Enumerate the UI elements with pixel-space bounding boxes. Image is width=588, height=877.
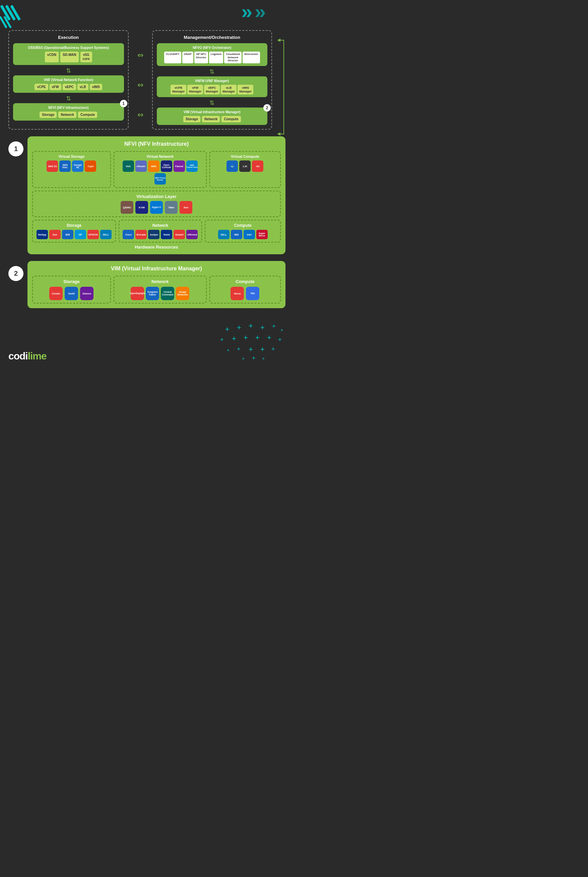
virtual-network-title: Virtual Network [117, 154, 203, 159]
kvm-icon: KVM [135, 201, 148, 214]
hardware-resources-label: Hardware Resources [32, 244, 281, 250]
ceph-icon: Ceph [85, 160, 96, 172]
logo: codilime [8, 351, 46, 362]
nfvo-title: NFVO (NFV Orchetrator) [159, 46, 265, 49]
dell-storage-icon: DELL [100, 230, 112, 239]
supermicro-icon: Super Micro [256, 230, 268, 239]
ibm-compute-icon: IBM [231, 230, 242, 239]
section-2: 2 VIM (Virtual Infrastructure Manager) S… [0, 261, 294, 315]
arrow-down-4: ⇅ [157, 99, 268, 106]
nfvi-section-title: NFVI (NFV Infrastructure) [32, 141, 281, 147]
management-panel: Management/Orchestration NFVO (NFV Orche… [152, 30, 272, 130]
section-1-number: 1 [8, 141, 24, 156]
vnf-title: VNF (Virtual Network Function) [16, 78, 121, 82]
svg-text:+: + [262, 356, 265, 361]
logo-lime: lime [28, 351, 46, 361]
hw-network-box: Network Cisco Brocade Juniper Nokia Huaw… [118, 220, 202, 243]
aws-cloud-router-icon: AWS Cloud Router [154, 173, 166, 184]
svg-text:+: + [225, 325, 230, 333]
dell-compute-icon: DELL [218, 230, 230, 239]
svg-text:+: + [278, 336, 282, 343]
qemu-icon: QEMU [121, 201, 134, 214]
juniper-icon: Juniper [148, 230, 159, 239]
vnf-box: VNF (Virtual Network Function) vCPE vFW … [13, 75, 124, 93]
virtual-storage-box: Virtual Storage AWS S3 AWS Glac. Google … [32, 151, 111, 188]
section-1: 1 NFVI (NFV Infrastructure) Virtual Stor… [0, 136, 294, 261]
aws-transit-icon: AWS Transit Gwy [186, 160, 198, 172]
virtual-compute-box: Virtual Compute 🐳 LXI rkt [209, 151, 281, 188]
hw-compute-box: Compute DELL IBM Intel Super Micro [205, 220, 281, 243]
virtual-compute-title: Virtual Compute [213, 154, 278, 159]
cinder-icon: Cinder [49, 287, 63, 300]
vim-network-box: Network OpenDaylight Tungsten Fabric Cen… [114, 276, 207, 303]
intel-icon: Intel [244, 230, 255, 239]
svg-text:+: + [280, 327, 283, 333]
brocade-icon: Brocade [135, 230, 147, 239]
nfvi-small-box: 1 NFVI (NFV Infrastructure) Storage Netw… [13, 103, 124, 121]
nfvi-small-title: NFVI (NFV Infrastructure) [16, 106, 121, 109]
svg-text:+: + [237, 346, 240, 352]
vcn-item: vCDN [45, 52, 58, 62]
vim-compute-box: Compute Nova K8s [209, 276, 281, 303]
svg-text:+: + [232, 334, 236, 343]
nfvo-box: NFVO (NFV Orchetrator) CLOUDIFY ONAP HP … [157, 43, 268, 66]
execution-title: Execution [13, 35, 124, 40]
aws-s3-icon: AWS S3 [46, 160, 58, 172]
svg-marker-8 [277, 132, 280, 136]
svg-text:+: + [249, 345, 253, 354]
glance-icon: Glance [80, 287, 93, 300]
docker-icon: 🐳 [226, 160, 238, 172]
hp-icon: HP [75, 230, 86, 239]
nokia-icon: Nokia [161, 230, 172, 239]
sdwan-item: SD-WAN [60, 52, 79, 62]
sun-icon: Sun [49, 230, 61, 239]
vmware-icon: VMw [165, 201, 178, 214]
svg-text:+: + [260, 323, 265, 331]
hw-storage-box: Storage NetApp Sun IBM HP HITACHI DELL [32, 220, 116, 243]
top-diagram: Execution OSS/BSS (Operational/Business … [0, 30, 294, 130]
logo-codi: codi [8, 351, 28, 361]
badge-2: 2 [263, 104, 271, 112]
svg-text:+: + [227, 347, 230, 353]
cisco-icon: Cisco [123, 230, 134, 239]
svg-text:+: + [252, 355, 256, 361]
vnfm-box: VNFM (VNF Manager) vCPEManager vFWManage… [157, 76, 268, 97]
center-arrows: ⇔ ⇔ ⇔ [134, 30, 147, 130]
horiz-arrow-2: ⇔ [137, 81, 143, 90]
svg-text:+: + [272, 323, 276, 330]
badge-1: 1 [120, 100, 128, 107]
lxi-icon: LXI [239, 160, 250, 172]
horiz-arrow-3: ⇔ [137, 111, 143, 119]
arrow-down-1: ⇅ [13, 67, 124, 74]
svg-text:»: » [241, 0, 252, 23]
central-cmd-icon: Central Command [161, 287, 174, 300]
ibm-storage-icon: IBM [62, 230, 74, 239]
svg-text:»: » [255, 0, 266, 23]
svg-rect-5 [0, 16, 8, 28]
svg-text:+: + [242, 356, 244, 361]
xen-icon: Xen [180, 201, 192, 214]
virt-layer-box: Virtualization Layer QEMU KVM Hyper-V VM… [32, 190, 281, 217]
virtual-storage-title: Virtual Storage [36, 154, 108, 159]
v5g-item: v5Gcore [80, 52, 92, 62]
swift-icon: Swift [64, 287, 78, 300]
vim-small-box: 2 VIM (Virtual Infrastructure Manager) S… [157, 108, 268, 125]
vim-storage-title: Storage [36, 279, 108, 284]
hyperv-icon: Hyper-V [150, 201, 163, 214]
management-title: Management/Orchestration [157, 35, 268, 40]
virt-layer-title: Virtualization Layer [36, 194, 278, 199]
nova-icon: Nova [231, 287, 244, 300]
svg-text:+: + [260, 345, 265, 354]
flannel-icon: Flannel [174, 160, 185, 172]
aws-glacier-icon: AWS Glac. [59, 160, 71, 172]
virtual-network-box: Virtual Network OvS vRouter AWS Open Con… [114, 151, 207, 188]
huawei-icon: Huawei [174, 230, 185, 239]
svg-text:+: + [267, 333, 272, 342]
opencontrail-icon: Open Contrail [161, 160, 172, 172]
vim-compute-title: Compute [213, 279, 278, 284]
vnfm-title: VNFM (VNF Manager) [159, 79, 265, 83]
vim-network-title: Network [117, 279, 203, 284]
nfvi-section: NFVI (NFV Infrastructure) Virtual Storag… [27, 136, 285, 254]
arrow-down-2: ⇅ [13, 95, 124, 102]
section-2-number: 2 [8, 266, 24, 281]
